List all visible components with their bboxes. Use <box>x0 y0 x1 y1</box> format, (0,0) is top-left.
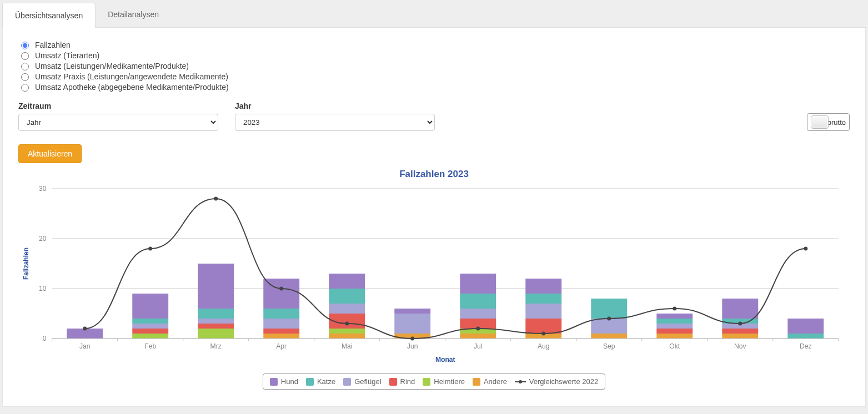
svg-rect-29 <box>329 274 365 289</box>
svg-rect-25 <box>329 329 365 334</box>
svg-text:Jan: Jan <box>79 342 91 350</box>
legend-katze[interactable]: Katze <box>306 377 335 386</box>
legend-hund[interactable]: Hund <box>270 377 298 386</box>
metric-radio-group: Fallzahlen Umsatz (Tierarten) Umsatz (Le… <box>18 40 850 92</box>
radio-fallzahlen[interactable]: Fallzahlen <box>18 40 850 49</box>
swatch-rind <box>389 378 397 386</box>
legend-andere[interactable]: Andere <box>473 377 507 386</box>
legend-heimtiere[interactable]: Heimtiere <box>423 377 465 386</box>
legend-vergleich[interactable]: Vergleichswerte 2022 <box>515 377 598 386</box>
legend-gefluegel[interactable]: Geflügel <box>343 377 381 386</box>
svg-rect-44 <box>591 334 627 339</box>
radio-umsatz-lmp-label: Umsatz (Leistungen/Medikamente/Produkte) <box>35 62 189 70</box>
svg-point-90 <box>410 337 414 341</box>
svg-text:Mrz: Mrz <box>210 342 222 350</box>
year-label: Jahr <box>235 102 435 110</box>
svg-rect-40 <box>525 319 561 334</box>
svg-text:Mai: Mai <box>342 342 353 350</box>
svg-rect-48 <box>656 329 693 334</box>
svg-rect-19 <box>263 334 299 339</box>
period-select[interactable]: Jahr <box>18 114 218 131</box>
svg-rect-47 <box>656 334 693 339</box>
svg-rect-58 <box>787 319 824 334</box>
radio-umsatz-tier[interactable]: Umsatz (Tierarten) <box>18 51 850 60</box>
svg-text:Monat: Monat <box>435 356 455 363</box>
svg-text:10: 10 <box>39 285 47 292</box>
svg-rect-46 <box>591 299 627 319</box>
svg-rect-20 <box>263 329 299 334</box>
radio-umsatz-apotheke-input[interactable] <box>21 84 29 92</box>
swatch-heimtiere <box>423 378 430 386</box>
svg-point-85 <box>83 327 87 331</box>
overview-panel: Fallzahlen Umsatz (Tierarten) Umsatz (Le… <box>2 28 866 407</box>
tab-detail[interactable]: Detailanalysen <box>96 2 171 27</box>
svg-rect-12 <box>132 319 168 324</box>
svg-rect-45 <box>591 319 627 334</box>
svg-rect-50 <box>656 319 693 324</box>
svg-rect-38 <box>460 274 496 294</box>
svg-point-92 <box>541 332 545 336</box>
radio-umsatz-tier-input[interactable] <box>21 52 29 60</box>
svg-rect-13 <box>132 294 168 319</box>
line-marker-icon <box>515 378 526 386</box>
svg-rect-43 <box>525 279 561 294</box>
svg-rect-53 <box>722 329 758 334</box>
svg-point-88 <box>279 287 283 291</box>
svg-rect-36 <box>460 309 496 319</box>
svg-rect-41 <box>525 304 561 319</box>
svg-rect-57 <box>787 334 824 339</box>
radio-umsatz-praxis-input[interactable] <box>21 73 29 81</box>
svg-rect-37 <box>460 294 496 309</box>
svg-text:0: 0 <box>43 335 47 342</box>
svg-text:30: 30 <box>39 185 47 193</box>
swatch-katze <box>306 378 314 386</box>
svg-text:Sep: Sep <box>603 342 615 350</box>
radio-fallzahlen-input[interactable] <box>21 42 29 49</box>
svg-point-87 <box>214 197 218 201</box>
legend-rind[interactable]: Rind <box>389 377 415 386</box>
year-select[interactable]: 2023 <box>235 114 435 131</box>
svg-text:Jun: Jun <box>407 342 418 350</box>
radio-fallzahlen-label: Fallzahlen <box>35 41 71 49</box>
svg-point-91 <box>476 327 480 331</box>
svg-text:Feb: Feb <box>144 342 156 350</box>
tab-overview[interactable]: Übersichtsanalysen <box>2 3 96 28</box>
svg-rect-42 <box>525 294 561 304</box>
chart-title: Fallzahlen 2023 <box>18 169 850 180</box>
svg-rect-14 <box>198 329 234 339</box>
period-label: Zeitraum <box>18 102 218 110</box>
chart-legend: Hund Katze Geflügel Rind <box>263 373 605 390</box>
svg-point-100 <box>519 380 522 383</box>
svg-rect-56 <box>722 299 758 319</box>
svg-rect-28 <box>329 289 365 304</box>
swatch-andere <box>473 378 480 386</box>
toggle-handle-icon <box>811 115 829 129</box>
filter-row: Zeitraum Jahr Jahr 2023 brutto <box>18 102 850 131</box>
svg-rect-9 <box>132 334 168 339</box>
swatch-gefluegel <box>343 378 351 386</box>
brutto-toggle[interactable]: brutto <box>807 113 850 131</box>
svg-text:Okt: Okt <box>669 342 680 350</box>
radio-umsatz-lmp[interactable]: Umsatz (Leistungen/Medikamente/Produkte) <box>18 61 850 70</box>
svg-rect-52 <box>722 334 758 339</box>
svg-rect-24 <box>329 334 365 339</box>
refresh-button[interactable]: Aktualisieren <box>18 144 82 163</box>
svg-text:Nov: Nov <box>734 342 746 350</box>
svg-point-96 <box>804 247 807 251</box>
svg-rect-31 <box>394 314 430 334</box>
radio-umsatz-apotheke[interactable]: Umsatz Apotheke (abgegebene Medikamente/… <box>18 82 850 92</box>
tab-bar: Übersichtsanalysen Detailanalysen <box>2 2 866 28</box>
svg-point-94 <box>673 307 676 311</box>
radio-umsatz-lmp-input[interactable] <box>21 63 29 70</box>
radio-umsatz-praxis[interactable]: Umsatz Praxis (Leistungen/angewendete Me… <box>18 72 850 81</box>
svg-text:Aug: Aug <box>538 342 550 350</box>
brutto-toggle-label: brutto <box>827 118 846 127</box>
chart-canvas: 0102030JanFebMrzAprMaiJunJulAugSepOktNov… <box>18 183 850 366</box>
svg-rect-21 <box>263 319 299 329</box>
svg-text:Fallzahlen: Fallzahlen <box>22 248 30 280</box>
svg-text:20: 20 <box>39 235 47 243</box>
svg-text:Jul: Jul <box>474 342 482 350</box>
svg-rect-10 <box>132 329 168 334</box>
svg-text:Dez: Dez <box>800 342 812 350</box>
svg-rect-32 <box>394 309 430 314</box>
